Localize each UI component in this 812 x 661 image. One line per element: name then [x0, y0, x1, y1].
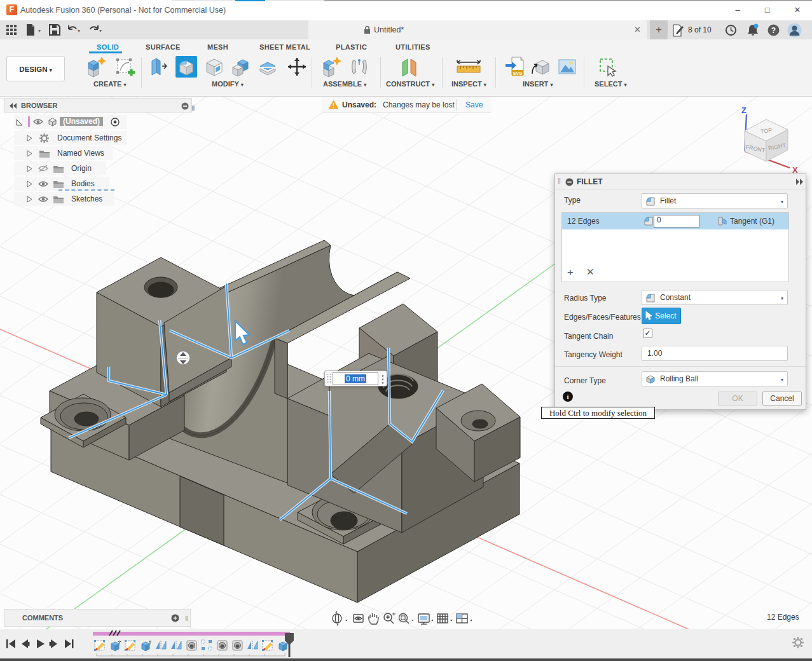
more-options-dots[interactable] — [381, 374, 385, 385]
drag-grip[interactable] — [326, 373, 332, 385]
notification-bell-icon[interactable] — [747, 24, 759, 37]
tab-mesh[interactable]: MESH — [207, 43, 228, 51]
viewports-icon[interactable] — [457, 614, 467, 623]
workspace-selector[interactable]: DESIGN ▾ — [6, 56, 65, 81]
dimension-input-box[interactable]: 0 mm — [324, 371, 387, 386]
close-tab-icon[interactable]: ✕ — [634, 25, 641, 34]
tab-plastic[interactable]: PLASTIC — [336, 43, 367, 51]
display-caret[interactable] — [431, 620, 433, 622]
file-menu-icon[interactable] — [24, 24, 37, 36]
add-selection-icon[interactable]: + — [567, 266, 577, 276]
combine-icon[interactable] — [230, 56, 252, 78]
tree-row-root[interactable]: (Unsaved) — [14, 115, 127, 129]
expand-icon[interactable] — [27, 181, 32, 187]
redo-icon[interactable] — [88, 24, 100, 36]
fit-icon[interactable] — [399, 614, 409, 624]
dialog-header[interactable]: ‖ FILLET — [555, 174, 806, 189]
panel-drag-handle[interactable]: ‖ — [191, 101, 195, 115]
corner-type-dropdown[interactable]: Rolling Ball ▾ — [642, 371, 788, 386]
orbit-caret[interactable] — [345, 620, 347, 622]
radius-type-dropdown[interactable]: Constant ▾ — [642, 290, 788, 305]
avatar[interactable] — [787, 23, 802, 37]
help-icon[interactable]: ? — [767, 24, 780, 37]
tree-row-document-settings[interactable]: Document Settings — [14, 131, 127, 145]
measure-icon[interactable] — [455, 56, 483, 78]
group-insert[interactable]: INSERT ▾ — [523, 80, 553, 88]
group-select[interactable]: SELECT ▾ — [595, 80, 626, 88]
timeline-playhead[interactable] — [284, 633, 295, 657]
joint-icon[interactable] — [348, 56, 370, 78]
selection-list[interactable]: 12 Edges 0 Tangent (G1) + ✕ — [561, 212, 789, 282]
tree-row-bodies[interactable]: Bodies — [14, 177, 109, 191]
undo-icon[interactable] — [66, 24, 79, 36]
tree-label[interactable]: Sketches — [71, 194, 102, 203]
expand-icon[interactable] — [27, 150, 32, 157]
dialog-drag-handle[interactable]: ‖ — [558, 177, 561, 186]
expand-icon[interactable] — [27, 196, 32, 203]
step-back-icon[interactable] — [22, 639, 30, 648]
go-to-end-icon[interactable] — [65, 639, 74, 648]
look-at-icon[interactable] — [354, 615, 363, 622]
expand-dialog-icon[interactable] — [795, 179, 804, 185]
minimize-button[interactable]: – — [733, 5, 743, 15]
fit-caret[interactable] — [411, 620, 413, 622]
comments-bar[interactable]: COMMENTS ‖ — [4, 609, 191, 627]
timeline-track[interactable] — [93, 632, 290, 636]
timeline-features[interactable] — [93, 637, 296, 654]
tab-surface[interactable]: SURFACE — [146, 43, 181, 51]
grid-icon[interactable] — [437, 614, 448, 623]
maximize-button[interactable]: □ — [762, 5, 773, 15]
dimension-input[interactable]: 0 mm — [333, 372, 378, 385]
pan-icon[interactable] — [369, 613, 378, 624]
timeline-playback[interactable] — [5, 638, 76, 650]
cancel-button[interactable]: Cancel — [762, 392, 802, 405]
extension-badge[interactable]: 8 of 10 — [688, 25, 712, 34]
type-dropdown[interactable]: Fillet ▾ — [642, 193, 788, 208]
radius-input[interactable]: 0 — [654, 215, 699, 228]
save-link[interactable]: Save — [465, 100, 483, 109]
tangent-chain-checkbox[interactable]: ✓ — [643, 329, 652, 338]
tab-utilities[interactable]: UTILITIES — [396, 43, 430, 51]
panel-drag-handle[interactable]: ‖ — [185, 610, 188, 627]
group-modify[interactable]: MODIFY ▾ — [212, 80, 244, 88]
group-construct[interactable]: CONSTRUCT ▾ — [386, 80, 434, 88]
expand-icon[interactable] — [27, 165, 32, 172]
collapse-icon[interactable] — [10, 103, 17, 109]
tree-row-origin[interactable]: Origin — [14, 161, 106, 175]
dialog-minus-icon[interactable] — [565, 178, 574, 186]
tree-label[interactable]: Named Views — [57, 149, 104, 158]
tab-solid[interactable]: SOLID — [97, 43, 119, 51]
redo-caret[interactable]: ▾ — [99, 28, 102, 34]
create-solid-icon[interactable] — [85, 56, 107, 78]
panel-minus-icon[interactable] — [181, 102, 189, 110]
insert-image-icon[interactable] — [556, 56, 578, 78]
tree-label[interactable]: Origin — [71, 164, 92, 173]
browser-header[interactable]: BROWSER ‖ — [4, 98, 192, 112]
tree-row-sketches[interactable]: Sketches — [14, 192, 114, 206]
zoom-icon[interactable] — [384, 613, 396, 624]
new-tab-button[interactable]: + — [650, 20, 668, 39]
group-create[interactable]: CREATE ▾ — [93, 80, 127, 88]
step-forward-icon[interactable] — [50, 639, 58, 648]
move-icon[interactable] — [286, 56, 308, 78]
timeline-feature-icons[interactable] — [94, 640, 289, 651]
tree-label[interactable]: Document Settings — [57, 133, 121, 142]
grid-caret[interactable] — [450, 620, 452, 622]
expand-icon[interactable] — [16, 119, 23, 126]
expand-icon[interactable] — [27, 135, 32, 142]
group-assemble[interactable]: ASSEMBLE ▾ — [323, 80, 366, 88]
info-icon[interactable]: i — [563, 392, 573, 402]
root-doc-label[interactable]: (Unsaved) — [60, 117, 103, 126]
visibility-eye-icon[interactable] — [33, 118, 43, 125]
select-button[interactable]: Select — [642, 308, 681, 324]
shell-icon[interactable] — [203, 56, 225, 78]
visibility-eye-icon[interactable] — [38, 181, 48, 187]
tangency-weight-input[interactable]: 1.00 — [642, 346, 788, 361]
file-menu-caret[interactable]: ▾ — [38, 28, 41, 34]
document-tab[interactable]: Untitled* ✕ — [308, 20, 647, 39]
selection-row[interactable]: 12 Edges 0 Tangent (G1) — [562, 213, 788, 229]
play-icon[interactable] — [37, 639, 45, 648]
insert-svg-icon[interactable]: SVG — [504, 56, 526, 78]
derive-icon[interactable] — [530, 56, 551, 78]
add-comment-icon[interactable] — [171, 614, 179, 622]
